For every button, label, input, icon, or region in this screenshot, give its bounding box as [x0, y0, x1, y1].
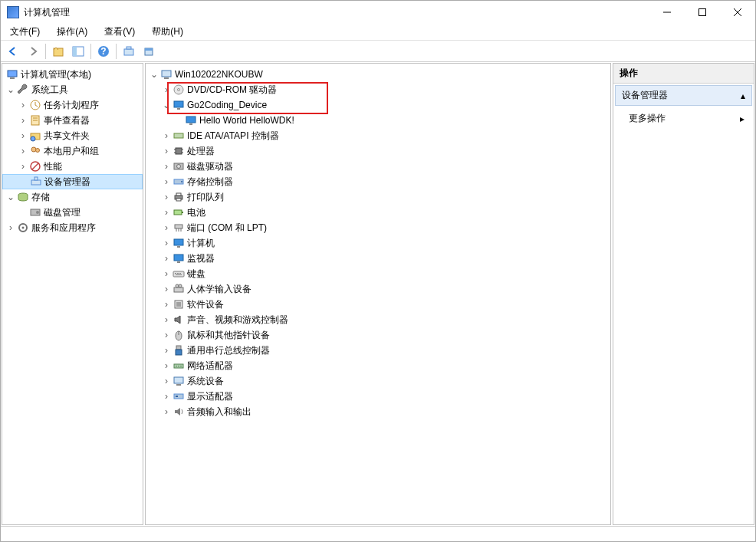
show-hide-tree-button[interactable]	[69, 42, 87, 61]
device-dvd[interactable]: › DVD/CD-ROM 驱动器	[146, 82, 610, 97]
tree-event-viewer[interactable]: › 事件查看器	[2, 113, 143, 128]
chevron-right-icon[interactable]: ›	[161, 130, 172, 141]
device-computer[interactable]: › 计算机	[146, 235, 610, 251]
chevron-right-icon[interactable]: ›	[161, 253, 172, 264]
menu-file[interactable]: 文件(F)	[7, 24, 43, 40]
chevron-right-icon[interactable]: ›	[161, 238, 172, 248]
help-button[interactable]: ?	[94, 42, 113, 61]
chevron-right-icon[interactable]: ›	[18, 100, 28, 110]
svg-rect-63	[173, 271, 184, 277]
chevron-right-icon[interactable]: ›	[161, 176, 172, 187]
chevron-right-icon[interactable]: ›	[161, 360, 172, 371]
device-ports[interactable]: › 端口 (COM 和 LPT)	[146, 220, 610, 235]
collapse-up-icon[interactable]: ▴	[741, 90, 745, 101]
chevron-right-icon[interactable]: ›	[161, 207, 172, 218]
device-network[interactable]: › 网络适配器	[146, 358, 610, 373]
device-label: 打印队列	[187, 191, 224, 204]
tree-disk-management[interactable]: › 磁盘管理	[2, 205, 143, 220]
chevron-right-icon[interactable]: ›	[161, 330, 172, 340]
device-tree-pane[interactable]: ⌄ Win102022NKOUBW › DVD/CD-ROM 驱动器 ⌄ Go2…	[145, 63, 611, 525]
device-diskdrive[interactable]: › 磁盘驱动器	[146, 159, 610, 174]
actions-more[interactable]: 更多操作 ▸	[613, 107, 754, 130]
chevron-right-icon[interactable]: ›	[161, 391, 172, 402]
chevron-right-icon[interactable]: ›	[161, 299, 172, 310]
tree-storage[interactable]: ⌄ 存储	[2, 189, 143, 205]
properties-button[interactable]	[140, 42, 158, 61]
chevron-right-icon[interactable]: ›	[18, 130, 28, 141]
device-display[interactable]: › 显示适配器	[146, 389, 610, 404]
chevron-right-icon[interactable]: ›	[161, 268, 172, 279]
svg-rect-13	[8, 71, 17, 77]
device-usb[interactable]: › 通用串行总线控制器	[146, 343, 610, 358]
forward-button[interactable]	[24, 42, 42, 61]
close-button[interactable]	[720, 1, 755, 24]
chevron-right-icon[interactable]: ›	[161, 314, 172, 325]
menu-help[interactable]: 帮助(H)	[149, 24, 186, 40]
svg-point-49	[181, 181, 182, 182]
chevron-right-icon[interactable]: ›	[161, 284, 172, 294]
chevron-right-icon[interactable]: ›	[161, 222, 172, 233]
device-audio[interactable]: › 音频输入和输出	[146, 404, 610, 419]
chevron-down-icon[interactable]: ⌄	[161, 100, 172, 110]
tree-root-local[interactable]: 计算机管理(本地)	[2, 67, 143, 82]
device-battery[interactable]: › 电池	[146, 205, 610, 220]
tree-task-scheduler[interactable]: › 任务计划程序	[2, 97, 143, 113]
menu-action[interactable]: 操作(A)	[54, 24, 90, 40]
chevron-down-icon[interactable]: ⌄	[5, 84, 16, 95]
main-panes: 计算机管理(本地) ⌄ 系统工具 › 任务计划程序 › 事件查看器 › 共享文件	[1, 62, 755, 526]
menubar: 文件(F) 操作(A) 查看(V) 帮助(H)	[1, 24, 755, 41]
actions-section-label: 设备管理器	[622, 89, 668, 102]
device-printqueue[interactable]: › 打印队列	[146, 189, 610, 205]
left-tree-pane[interactable]: 计算机管理(本地) ⌄ 系统工具 › 任务计划程序 › 事件查看器 › 共享文件	[2, 63, 143, 525]
scan-hardware-button[interactable]	[120, 42, 138, 61]
device-sound[interactable]: › 声音、视频和游戏控制器	[146, 312, 610, 327]
chevron-right-icon[interactable]: ›	[161, 192, 172, 202]
device-label: 通用串行总线控制器	[187, 344, 270, 357]
tree-local-users[interactable]: › 本地用户和组	[2, 143, 143, 159]
minimize-button[interactable]	[649, 1, 685, 24]
chevron-right-icon[interactable]: ›	[161, 161, 172, 172]
device-root[interactable]: ⌄ Win102022NKOUBW	[146, 67, 610, 82]
back-button[interactable]	[4, 42, 22, 61]
mouse-icon	[173, 329, 185, 341]
chevron-right-icon[interactable]: ›	[18, 115, 28, 126]
chevron-down-icon[interactable]: ⌄	[149, 69, 159, 80]
menu-view[interactable]: 查看(V)	[101, 24, 138, 40]
tree-performance[interactable]: › 性能	[2, 159, 143, 174]
device-cpu[interactable]: › 处理器	[146, 143, 610, 159]
tree-system-tools[interactable]: ⌄ 系统工具	[2, 82, 143, 97]
svg-rect-26	[35, 177, 38, 180]
chevron-right-icon[interactable]: ›	[18, 161, 28, 172]
chevron-right-icon[interactable]: ›	[18, 146, 28, 156]
chevron-right-icon[interactable]: ›	[161, 146, 172, 156]
chevron-right-icon[interactable]: ›	[5, 222, 16, 233]
device-monitor[interactable]: › 监视器	[146, 251, 610, 266]
svg-rect-6	[73, 47, 77, 56]
device-storagectrl[interactable]: › 存储控制器	[146, 174, 610, 189]
svg-rect-81	[174, 377, 183, 383]
toolbar-separator	[116, 44, 117, 59]
chevron-right-icon[interactable]: ›	[161, 376, 172, 386]
maximize-button[interactable]	[685, 1, 720, 24]
device-software[interactable]: › 软件设备	[146, 297, 610, 312]
up-button[interactable]	[49, 42, 67, 61]
chevron-down-icon[interactable]: ⌄	[5, 192, 16, 202]
tree-device-manager[interactable]: › 设备管理器	[2, 174, 143, 189]
device-helloworld[interactable]: › Hello World HelloWDK!	[146, 113, 610, 128]
chevron-right-icon[interactable]: ›	[161, 345, 172, 356]
device-system[interactable]: › 系统设备	[146, 373, 610, 389]
monitor-icon	[173, 252, 185, 264]
device-go2coding[interactable]: ⌄ Go2Coding_Device	[146, 97, 610, 113]
software-icon	[173, 298, 185, 310]
tree-label: 服务和应用程序	[31, 222, 96, 235]
port-icon	[173, 222, 185, 234]
device-mouse[interactable]: › 鼠标和其他指针设备	[146, 327, 610, 343]
chevron-right-icon[interactable]: ›	[161, 406, 172, 417]
tree-shared-folders[interactable]: › 共享文件夹	[2, 128, 143, 143]
device-keyboard[interactable]: › 键盘	[146, 266, 610, 281]
device-hid[interactable]: › 人体学输入设备	[146, 281, 610, 297]
tree-services-apps[interactable]: › 服务和应用程序	[2, 220, 143, 235]
device-ide[interactable]: › IDE ATA/ATAPI 控制器	[146, 128, 610, 143]
actions-section-device-manager[interactable]: 设备管理器 ▴	[615, 85, 752, 106]
chevron-right-icon[interactable]: ›	[161, 84, 172, 95]
